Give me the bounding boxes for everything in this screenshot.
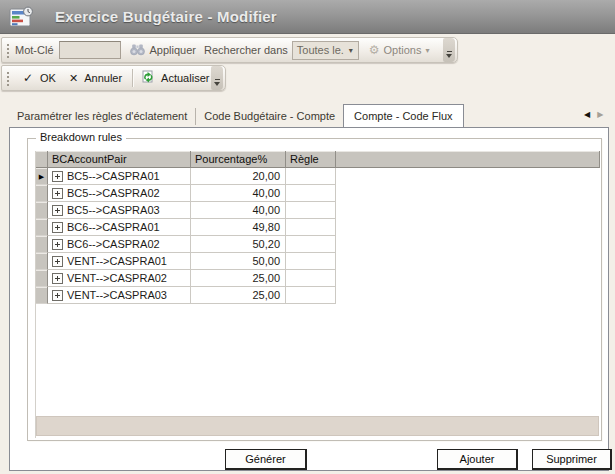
tab-parametrer-regles[interactable]: Paramétrer les règles d'éclatement bbox=[9, 106, 195, 127]
row-indicator[interactable] bbox=[36, 202, 48, 219]
expand-plus-icon[interactable] bbox=[52, 256, 63, 267]
search-in-label: Rechercher dans bbox=[204, 44, 288, 56]
account-pair-text: BC5-->CASPRA02 bbox=[67, 185, 160, 201]
overflow-chevron-icon bbox=[446, 54, 452, 58]
combo-dropdown-icon[interactable]: ▾ bbox=[344, 46, 358, 55]
dialog-window: Exercice Budgétaire - Modifier Mot-Clé A… bbox=[0, 0, 615, 474]
table-row[interactable]: BC6-->CASPRA01 49,80 bbox=[36, 219, 600, 236]
refresh-button[interactable]: Actualiser bbox=[141, 70, 209, 86]
account-pair-text: BC6-->CASPRA01 bbox=[67, 219, 160, 235]
cancel-button-label: Annuler bbox=[84, 72, 122, 84]
row-indicator[interactable] bbox=[36, 185, 48, 202]
options-dropdown-button[interactable]: ⚙ Options ▾ bbox=[365, 43, 430, 57]
cell-percentage[interactable]: 40,00 bbox=[191, 185, 286, 202]
cell-rule[interactable] bbox=[286, 168, 336, 185]
cell-account-pair[interactable]: VENT-->CASPRA01 bbox=[48, 253, 191, 270]
table-row[interactable]: BC6-->CASPRA02 50,20 bbox=[36, 236, 600, 253]
cell-account-pair[interactable]: BC5-->CASPRA03 bbox=[48, 202, 191, 219]
table-row[interactable]: BC5-->CASPRA02 40,00 bbox=[36, 185, 600, 202]
title-bar: Exercice Budgétaire - Modifier bbox=[0, 0, 615, 34]
apply-button[interactable]: Appliquer bbox=[130, 43, 204, 58]
search-scope-select[interactable]: Toutes le... ▾ bbox=[292, 41, 359, 60]
account-pair-text: BC5-->CASPRA03 bbox=[67, 202, 160, 218]
tab-scroll-right-icon[interactable]: ▶ bbox=[597, 110, 603, 120]
grid-header-pourcentage[interactable]: Pourcentage% bbox=[191, 151, 286, 168]
tab-code-budgetaire-compte[interactable]: Code Budgétaire - Compte bbox=[196, 106, 343, 127]
toolbar-separator bbox=[132, 69, 133, 87]
cell-account-pair[interactable]: BC6-->CASPRA01 bbox=[48, 219, 191, 236]
cell-percentage[interactable]: 25,00 bbox=[191, 287, 286, 304]
expand-plus-icon[interactable] bbox=[52, 222, 63, 233]
expand-plus-icon[interactable] bbox=[52, 188, 63, 199]
toolbar-grip-handle[interactable] bbox=[5, 70, 10, 86]
row-indicator[interactable]: ▶ bbox=[36, 168, 48, 185]
table-row[interactable]: VENT-->CASPRA03 25,00 bbox=[36, 287, 600, 304]
cell-rule[interactable] bbox=[286, 270, 336, 287]
overflow-chevron-icon bbox=[214, 82, 220, 86]
expand-plus-icon[interactable] bbox=[52, 290, 63, 301]
cell-percentage[interactable]: 25,00 bbox=[191, 270, 286, 287]
cell-percentage[interactable]: 20,00 bbox=[191, 168, 286, 185]
cell-account-pair[interactable]: BC5-->CASPRA02 bbox=[48, 185, 191, 202]
delete-button[interactable]: Supprimer bbox=[532, 449, 612, 470]
account-pair-text: VENT-->CASPRA02 bbox=[67, 270, 167, 286]
table-row[interactable]: VENT-->CASPRA01 50,00 bbox=[36, 253, 600, 270]
account-pair-text: VENT-->CASPRA03 bbox=[67, 287, 167, 303]
breakdown-rules-grid: BCAccountPair Pourcentage% Règle ▶ BC5--… bbox=[35, 151, 600, 438]
cell-account-pair[interactable]: VENT-->CASPRA03 bbox=[48, 287, 191, 304]
search-scope-value: Toutes le... bbox=[293, 44, 344, 56]
row-indicator[interactable] bbox=[36, 253, 48, 270]
cross-icon: ✕ bbox=[69, 72, 78, 85]
toolbar-overflow-button[interactable] bbox=[443, 38, 455, 62]
cell-percentage[interactable]: 50,00 bbox=[191, 253, 286, 270]
tab-page-compte-code-flux: Breakdown rules BCAccountPair Pourcentag… bbox=[9, 127, 609, 471]
account-pair-text: BC5-->CASPRA01 bbox=[67, 168, 160, 184]
row-indicator[interactable] bbox=[36, 236, 48, 253]
toolbar-grip-handle[interactable] bbox=[5, 42, 10, 58]
expand-plus-icon[interactable] bbox=[52, 205, 63, 216]
grid-header-filler bbox=[336, 151, 600, 168]
table-row[interactable]: BC5-->CASPRA03 40,00 bbox=[36, 202, 600, 219]
grid-header-regle[interactable]: Règle bbox=[286, 151, 336, 168]
search-toolbar: Mot-Clé Appliquer Rechercher dans Toutes… bbox=[1, 37, 458, 63]
toolbar-overflow-button[interactable] bbox=[211, 66, 223, 90]
cell-rule[interactable] bbox=[286, 287, 336, 304]
cell-account-pair[interactable]: BC5-->CASPRA01 bbox=[48, 168, 191, 185]
tab-compte-code-flux[interactable]: Compte - Code Flux bbox=[343, 104, 463, 127]
refresh-icon bbox=[141, 70, 155, 86]
generate-button[interactable]: Générer bbox=[225, 449, 307, 470]
cell-rule[interactable] bbox=[286, 219, 336, 236]
cell-percentage[interactable]: 40,00 bbox=[191, 202, 286, 219]
cell-account-pair[interactable]: VENT-->CASPRA02 bbox=[48, 270, 191, 287]
cell-rule[interactable] bbox=[286, 253, 336, 270]
grid-body: ▶ BC5-->CASPRA01 20,00 BC5-->CASPRA02 40… bbox=[36, 168, 600, 304]
add-button[interactable]: Ajouter bbox=[437, 449, 518, 470]
row-indicator[interactable] bbox=[36, 219, 48, 236]
tab-scroll-left-icon[interactable]: ◀ bbox=[584, 110, 590, 120]
account-pair-text: BC6-->CASPRA02 bbox=[67, 236, 160, 252]
table-row[interactable]: ▶ BC5-->CASPRA01 20,00 bbox=[36, 168, 600, 185]
cell-rule[interactable] bbox=[286, 185, 336, 202]
breakdown-rules-groupbox: Breakdown rules BCAccountPair Pourcentag… bbox=[27, 138, 602, 441]
cancel-button[interactable]: ✕ Annuler bbox=[56, 72, 122, 85]
cell-percentage[interactable]: 49,80 bbox=[191, 219, 286, 236]
groupbox-title: Breakdown rules bbox=[36, 131, 126, 143]
cell-rule[interactable] bbox=[286, 236, 336, 253]
expand-plus-icon[interactable] bbox=[52, 273, 63, 284]
row-indicator[interactable] bbox=[36, 270, 48, 287]
overflow-bar-icon bbox=[447, 51, 452, 52]
options-caret-icon: ▾ bbox=[425, 46, 429, 55]
current-row-arrow-icon: ▶ bbox=[39, 173, 44, 180]
expand-plus-icon[interactable] bbox=[52, 239, 63, 250]
account-pair-text: VENT-->CASPRA01 bbox=[67, 253, 167, 269]
cell-account-pair[interactable]: BC6-->CASPRA02 bbox=[48, 236, 191, 253]
cell-percentage[interactable]: 50,20 bbox=[191, 236, 286, 253]
row-indicator[interactable] bbox=[36, 287, 48, 304]
grid-header-bcaccountpair[interactable]: BCAccountPair bbox=[48, 151, 191, 168]
ok-button[interactable]: ✓ OK bbox=[15, 71, 56, 85]
keyword-input[interactable] bbox=[59, 41, 121, 59]
table-row[interactable]: VENT-->CASPRA02 25,00 bbox=[36, 270, 600, 287]
expand-plus-icon[interactable] bbox=[52, 171, 63, 182]
cell-rule[interactable] bbox=[286, 202, 336, 219]
window-title: Exercice Budgétaire - Modifier bbox=[55, 8, 277, 25]
